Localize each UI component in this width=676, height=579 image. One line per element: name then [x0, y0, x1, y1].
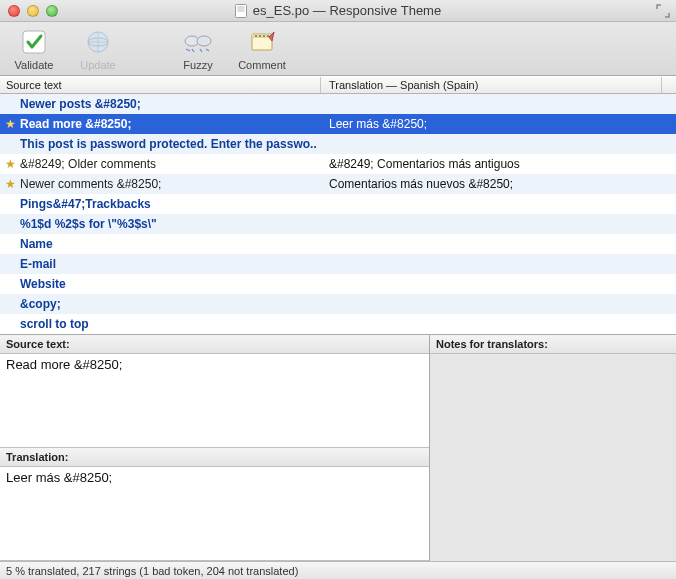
- fuzzy-button[interactable]: Fuzzy: [174, 26, 222, 71]
- table-row[interactable]: Pings&#47;Trackbacks: [0, 194, 676, 214]
- table-row[interactable]: ★Read more &#8250;Leer más &#8250;: [0, 114, 676, 134]
- table-row[interactable]: This post is password protected. Enter t…: [0, 134, 676, 154]
- table-row[interactable]: Name: [0, 234, 676, 254]
- star-icon: ★: [0, 117, 20, 131]
- row-source: &copy;: [20, 297, 321, 311]
- row-source: Pings&#47;Trackbacks: [20, 197, 321, 211]
- row-source: Name: [20, 237, 321, 251]
- svg-point-16: [259, 35, 261, 37]
- row-source: Newer posts &#8250;: [20, 97, 321, 111]
- source-text-value: Read more &#8250;: [0, 354, 429, 447]
- titlebar: es_ES.po — Responsive Theme: [0, 0, 676, 22]
- minimize-icon[interactable]: [27, 5, 39, 17]
- column-scroll-gutter: [661, 77, 676, 93]
- document-icon: [235, 4, 247, 18]
- svg-point-8: [197, 36, 211, 46]
- fuzzy-label: Fuzzy: [183, 59, 212, 71]
- svg-line-10: [192, 49, 194, 52]
- table-row[interactable]: ★Newer comments &#8250;Comentarios más n…: [0, 174, 676, 194]
- table-row[interactable]: E-mail: [0, 254, 676, 274]
- row-source: This post is password protected. Enter t…: [20, 137, 321, 151]
- editor-area: Source text: Read more &#8250; Translati…: [0, 334, 676, 561]
- table-row[interactable]: &copy;: [0, 294, 676, 314]
- window-title: es_ES.po — Responsive Theme: [253, 3, 441, 18]
- notes-label: Notes for translators:: [430, 335, 676, 354]
- star-icon: ★: [0, 157, 20, 171]
- update-label: Update: [80, 59, 115, 71]
- row-translation: Leer más &#8250;: [321, 117, 676, 131]
- validate-button[interactable]: Validate: [10, 26, 58, 71]
- close-icon[interactable]: [8, 5, 20, 17]
- status-text: 5 % translated, 217 strings (1 bad token…: [6, 565, 298, 577]
- source-text-label: Source text:: [0, 335, 429, 354]
- column-source[interactable]: Source text: [0, 77, 321, 93]
- svg-line-9: [186, 49, 190, 51]
- svg-point-17: [263, 35, 265, 37]
- fullscreen-icon[interactable]: [656, 4, 670, 18]
- status-bar: 5 % translated, 217 strings (1 bad token…: [0, 561, 676, 579]
- svg-line-12: [206, 49, 209, 51]
- comment-label: Comment: [238, 59, 286, 71]
- svg-line-11: [200, 49, 202, 52]
- svg-rect-4: [23, 31, 45, 53]
- comment-button[interactable]: Comment: [238, 26, 286, 71]
- row-translation: Comentarios más nuevos &#8250;: [321, 177, 676, 191]
- zoom-icon[interactable]: [46, 5, 58, 17]
- row-source: E-mail: [20, 257, 321, 271]
- star-icon: ★: [0, 177, 20, 191]
- table-row[interactable]: %1$d %2$s for \"%3$s\": [0, 214, 676, 234]
- row-source: Website: [20, 277, 321, 291]
- toolbar: Validate Update Fuzzy Comment: [0, 22, 676, 76]
- row-source: Read more &#8250;: [20, 117, 321, 131]
- translation-label: Translation:: [0, 448, 429, 467]
- strings-table[interactable]: Newer posts &#8250;★Read more &#8250;Lee…: [0, 94, 676, 334]
- row-source: %1$d %2$s for \"%3$s\": [20, 217, 321, 231]
- source-text-box: Read more &#8250;: [0, 354, 429, 448]
- validate-label: Validate: [15, 59, 54, 71]
- row-source: scroll to top: [20, 317, 321, 331]
- table-row[interactable]: Newer posts &#8250;: [0, 94, 676, 114]
- column-translation[interactable]: Translation — Spanish (Spain): [321, 77, 661, 93]
- table-row[interactable]: scroll to top: [0, 314, 676, 334]
- svg-point-15: [255, 35, 257, 37]
- translation-box[interactable]: Leer más &#8250;: [0, 467, 429, 561]
- row-source: Newer comments &#8250;: [20, 177, 321, 191]
- table-row[interactable]: ★&#8249; Older comments&#8249; Comentari…: [0, 154, 676, 174]
- row-source: &#8249; Older comments: [20, 157, 321, 171]
- table-row[interactable]: Website: [0, 274, 676, 294]
- window-controls: [8, 5, 58, 17]
- row-translation: &#8249; Comentarios más antiguos: [321, 157, 676, 171]
- columns-header: Source text Translation — Spanish (Spain…: [0, 76, 676, 94]
- translation-value[interactable]: Leer más &#8250;: [0, 467, 429, 560]
- svg-rect-0: [235, 4, 246, 17]
- notes-box: [430, 354, 676, 561]
- update-button: Update: [74, 26, 122, 71]
